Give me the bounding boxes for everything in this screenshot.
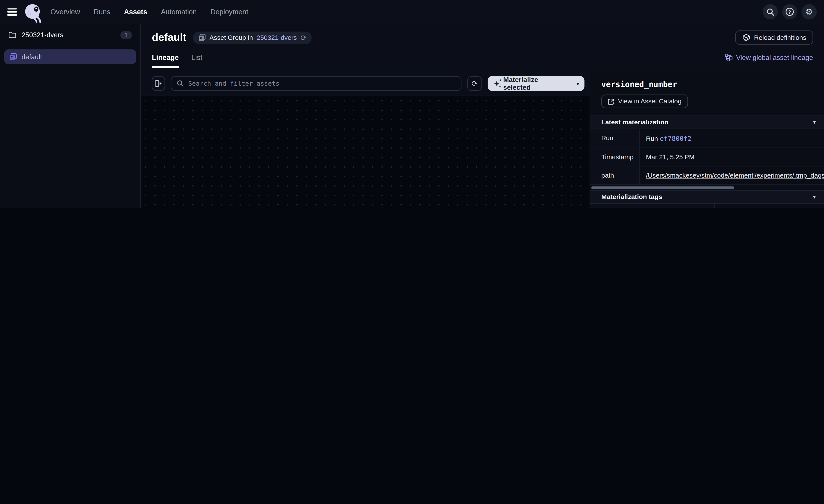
nav-item-overview[interactable]: Overview — [50, 8, 80, 16]
asset-group-chip: Asset Group in 250321-dvers ⟳ — [193, 31, 312, 44]
sidebar-group-count-badge: 1 — [120, 31, 132, 39]
folder-icon — [8, 31, 16, 38]
asset-group-icon — [9, 53, 17, 60]
horizontal-scrollbar-thumb[interactable] — [591, 186, 734, 189]
help-button[interactable]: ? — [782, 4, 797, 19]
help-icon: ? — [785, 7, 794, 16]
materialize-selected-label: Materialize selected — [503, 76, 564, 91]
chevron-down-icon: ▼ — [812, 120, 817, 125]
view-global-asset-lineage-link[interactable]: View global asset lineage — [724, 54, 813, 68]
reload-cube-icon — [742, 33, 750, 42]
page-title: default — [152, 31, 186, 44]
panel-asset-title: versioned_number — [590, 72, 824, 89]
materialization-tags-table: code_version v4 data_version 20 data_ver… — [590, 204, 824, 208]
hamburger-menu-icon[interactable] — [7, 8, 17, 16]
horizontal-scrollbar — [590, 185, 824, 190]
sidebar-group-row[interactable]: 250321-dvers 1 — [0, 24, 140, 46]
dagster-app-window: Overview Runs Assets Automation Deployme… — [0, 0, 824, 208]
table-row: code_version v4 — [590, 204, 824, 208]
nav-item-assets[interactable]: Assets — [124, 8, 147, 16]
asset-detail-panel: versioned_number View in Asset Catalog L… — [590, 72, 824, 208]
sidebar-item-label: default — [22, 53, 42, 60]
latest-materialization-table: Run Run ef7800f2 Timestamp Mar 21, 5:25 … — [590, 129, 824, 185]
sidebar-item-default[interactable]: default — [4, 49, 136, 64]
chip-prefix: Asset Group in — [210, 34, 253, 41]
search-icon — [177, 80, 184, 87]
path-link[interactable]: /Users/smackesey/stm/code/elementl/exper… — [646, 172, 824, 179]
tab-list[interactable]: List — [191, 54, 202, 68]
view-in-asset-catalog-button[interactable]: View in Asset Catalog — [601, 95, 688, 108]
refresh-icon[interactable]: ⟳ — [301, 34, 307, 41]
chip-group-link[interactable]: 250321-dvers — [256, 34, 297, 41]
search-input[interactable] — [188, 80, 456, 87]
materialize-selected-button[interactable]: ✦✦✦ Materialize selected ▾ — [488, 76, 585, 91]
expand-panel-icon — [155, 80, 162, 87]
reload-definitions-button[interactable]: Reload definitions — [735, 30, 813, 45]
refresh-icon: ⟳ — [472, 80, 478, 87]
search-icon — [766, 8, 775, 16]
lineage-graph-canvas[interactable]: versioned_number No description Material… — [141, 96, 590, 208]
svg-text:?: ? — [788, 9, 791, 15]
external-link-icon — [608, 98, 614, 105]
lineage-canvas-area: ⟳ ✦✦✦ Materialize selected ▾ — [141, 72, 590, 208]
section-header-latest-materialization[interactable]: Latest materialization ▼ — [590, 116, 824, 129]
nav-item-automation[interactable]: Automation — [161, 8, 197, 16]
collapse-sidebar-button[interactable] — [152, 76, 165, 91]
top-nav: Overview Runs Assets Automation Deployme… — [0, 0, 824, 24]
search-button[interactable] — [762, 4, 778, 19]
table-row: Timestamp Mar 21, 5:25 PM — [590, 148, 824, 166]
tab-lineage[interactable]: Lineage — [152, 54, 179, 68]
asset-groups-sidebar: 250321-dvers 1 default 250321-dvers ⟳ — [0, 24, 141, 208]
nav-item-deployment[interactable]: Deployment — [210, 8, 248, 16]
sparkles-icon: ✦✦✦ — [494, 80, 500, 87]
chevron-down-icon: ▼ — [812, 194, 817, 200]
table-row: path /Users/smackesey/stm/code/elementl/… — [590, 166, 824, 185]
dagster-logo-icon[interactable] — [24, 3, 43, 23]
table-row: Run Run ef7800f2 — [590, 129, 824, 148]
lineage-toolbar: ⟳ ✦✦✦ Materialize selected ▾ — [141, 72, 590, 96]
lineage-graph-icon — [724, 54, 732, 61]
asset-group-icon — [198, 33, 206, 41]
asset-search-box — [171, 76, 461, 91]
settings-button[interactable]: ⚙ — [802, 4, 817, 19]
reload-definitions-label: Reload definitions — [754, 34, 806, 41]
materialize-dropdown-caret[interactable]: ▾ — [571, 76, 585, 91]
sidebar-group-label: 250321-dvers — [22, 31, 115, 39]
nav-item-runs[interactable]: Runs — [94, 8, 110, 16]
page-header: default Asset Group in 250321-dvers ⟳ Re… — [141, 24, 824, 72]
gear-icon: ⚙ — [805, 8, 813, 16]
run-id-link[interactable]: ef7800f2 — [660, 134, 692, 142]
section-header-materialization-tags[interactable]: Materialization tags ▼ — [590, 190, 824, 204]
primary-nav: Overview Runs Assets Automation Deployme… — [50, 8, 248, 16]
tabs-row: Lineage List View global asset lineage — [141, 44, 824, 68]
refresh-assets-button[interactable]: ⟳ — [468, 76, 482, 91]
